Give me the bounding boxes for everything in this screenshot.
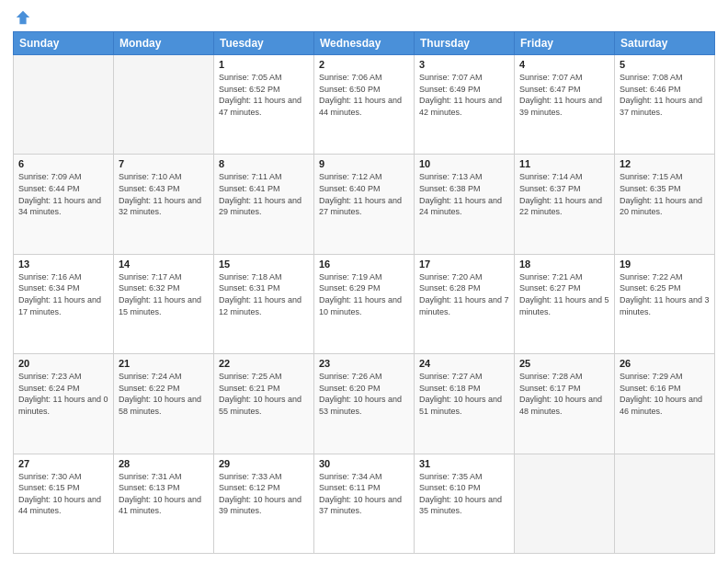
day-info: Sunrise: 7:25 AM Sunset: 6:21 PM Dayligh… [219, 371, 309, 417]
calendar-cell: 1Sunrise: 7:05 AM Sunset: 6:52 PM Daylig… [214, 55, 314, 155]
calendar-cell: 4Sunrise: 7:07 AM Sunset: 6:47 PM Daylig… [515, 55, 615, 155]
week-row-2: 6Sunrise: 7:09 AM Sunset: 6:44 PM Daylig… [14, 155, 715, 254]
day-info: Sunrise: 7:26 AM Sunset: 6:20 PM Dayligh… [319, 371, 409, 417]
header-row: SundayMondayTuesdayWednesdayThursdayFrid… [14, 32, 715, 55]
day-number: 26 [620, 358, 710, 369]
day-info: Sunrise: 7:23 AM Sunset: 6:24 PM Dayligh… [18, 371, 108, 417]
day-info: Sunrise: 7:20 AM Sunset: 6:28 PM Dayligh… [419, 271, 509, 317]
day-number: 5 [620, 59, 710, 70]
calendar-cell: 14Sunrise: 7:17 AM Sunset: 6:32 PM Dayli… [114, 254, 214, 353]
day-number: 11 [519, 158, 609, 169]
calendar-cell: 8Sunrise: 7:11 AM Sunset: 6:41 PM Daylig… [214, 155, 314, 254]
calendar-header: SundayMondayTuesdayWednesdayThursdayFrid… [14, 32, 715, 55]
calendar-cell: 13Sunrise: 7:16 AM Sunset: 6:34 PM Dayli… [14, 254, 114, 353]
day-number: 30 [319, 458, 409, 469]
calendar-cell: 24Sunrise: 7:27 AM Sunset: 6:18 PM Dayli… [415, 354, 515, 454]
day-info: Sunrise: 7:17 AM Sunset: 6:32 PM Dayligh… [119, 271, 209, 317]
day-number: 29 [219, 458, 309, 469]
calendar-cell: 3Sunrise: 7:07 AM Sunset: 6:49 PM Daylig… [415, 55, 515, 155]
day-number: 19 [620, 259, 710, 270]
calendar-cell: 29Sunrise: 7:33 AM Sunset: 6:12 PM Dayli… [214, 454, 314, 553]
day-info: Sunrise: 7:10 AM Sunset: 6:43 PM Dayligh… [119, 171, 209, 217]
day-info: Sunrise: 7:24 AM Sunset: 6:22 PM Dayligh… [119, 371, 209, 417]
week-row-1: 1Sunrise: 7:05 AM Sunset: 6:52 PM Daylig… [14, 55, 715, 155]
day-info: Sunrise: 7:05 AM Sunset: 6:52 PM Dayligh… [219, 72, 309, 118]
day-number: 16 [319, 259, 409, 270]
logo-icon [15, 9, 31, 26]
calendar-cell [14, 55, 114, 155]
day-info: Sunrise: 7:22 AM Sunset: 6:25 PM Dayligh… [620, 271, 710, 317]
day-number: 13 [18, 259, 108, 270]
day-number: 18 [519, 259, 609, 270]
day-number: 24 [419, 358, 509, 369]
calendar-cell: 22Sunrise: 7:25 AM Sunset: 6:21 PM Dayli… [214, 354, 314, 454]
day-info: Sunrise: 7:18 AM Sunset: 6:31 PM Dayligh… [219, 271, 309, 317]
day-info: Sunrise: 7:11 AM Sunset: 6:41 PM Dayligh… [219, 171, 309, 217]
day-number: 28 [119, 458, 209, 469]
day-info: Sunrise: 7:07 AM Sunset: 6:49 PM Dayligh… [419, 72, 509, 118]
calendar-cell [615, 454, 715, 553]
day-info: Sunrise: 7:29 AM Sunset: 6:16 PM Dayligh… [620, 371, 710, 417]
calendar-cell: 28Sunrise: 7:31 AM Sunset: 6:13 PM Dayli… [114, 454, 214, 553]
day-info: Sunrise: 7:28 AM Sunset: 6:17 PM Dayligh… [519, 371, 609, 417]
calendar-cell: 2Sunrise: 7:06 AM Sunset: 6:50 PM Daylig… [314, 55, 415, 155]
day-number: 14 [119, 259, 209, 270]
day-info: Sunrise: 7:27 AM Sunset: 6:18 PM Dayligh… [419, 371, 509, 417]
day-number: 1 [219, 59, 309, 70]
calendar-cell: 18Sunrise: 7:21 AM Sunset: 6:27 PM Dayli… [515, 254, 615, 353]
week-row-5: 27Sunrise: 7:30 AM Sunset: 6:15 PM Dayli… [14, 454, 715, 553]
calendar-cell: 27Sunrise: 7:30 AM Sunset: 6:15 PM Dayli… [14, 454, 114, 553]
day-header-saturday: Saturday [615, 32, 715, 55]
day-info: Sunrise: 7:35 AM Sunset: 6:10 PM Dayligh… [419, 471, 509, 517]
day-info: Sunrise: 7:07 AM Sunset: 6:47 PM Dayligh… [519, 72, 609, 118]
day-number: 21 [119, 358, 209, 369]
day-number: 3 [419, 59, 509, 70]
calendar-cell: 10Sunrise: 7:13 AM Sunset: 6:38 PM Dayli… [415, 155, 515, 254]
calendar-cell: 9Sunrise: 7:12 AM Sunset: 6:40 PM Daylig… [314, 155, 415, 254]
calendar-cell: 5Sunrise: 7:08 AM Sunset: 6:46 PM Daylig… [615, 55, 715, 155]
header [13, 9, 715, 26]
calendar-cell: 7Sunrise: 7:10 AM Sunset: 6:43 PM Daylig… [114, 155, 214, 254]
day-number: 23 [319, 358, 409, 369]
day-info: Sunrise: 7:12 AM Sunset: 6:40 PM Dayligh… [319, 171, 409, 217]
calendar-cell: 16Sunrise: 7:19 AM Sunset: 6:29 PM Dayli… [314, 254, 415, 353]
day-number: 8 [219, 158, 309, 169]
day-number: 10 [419, 158, 509, 169]
calendar-cell: 26Sunrise: 7:29 AM Sunset: 6:16 PM Dayli… [615, 354, 715, 454]
day-number: 2 [319, 59, 409, 70]
day-number: 15 [219, 259, 309, 270]
day-info: Sunrise: 7:34 AM Sunset: 6:11 PM Dayligh… [319, 471, 409, 517]
day-header-tuesday: Tuesday [214, 32, 314, 55]
calendar-cell: 20Sunrise: 7:23 AM Sunset: 6:24 PM Dayli… [14, 354, 114, 454]
calendar-cell: 25Sunrise: 7:28 AM Sunset: 6:17 PM Dayli… [515, 354, 615, 454]
day-info: Sunrise: 7:06 AM Sunset: 6:50 PM Dayligh… [319, 72, 409, 118]
day-info: Sunrise: 7:13 AM Sunset: 6:38 PM Dayligh… [419, 171, 509, 217]
day-header-monday: Monday [114, 32, 214, 55]
day-number: 9 [319, 158, 409, 169]
day-info: Sunrise: 7:16 AM Sunset: 6:34 PM Dayligh… [18, 271, 108, 317]
day-number: 12 [620, 158, 710, 169]
calendar-cell: 6Sunrise: 7:09 AM Sunset: 6:44 PM Daylig… [14, 155, 114, 254]
day-header-friday: Friday [515, 32, 615, 55]
day-info: Sunrise: 7:30 AM Sunset: 6:15 PM Dayligh… [18, 471, 108, 517]
calendar-cell: 21Sunrise: 7:24 AM Sunset: 6:22 PM Dayli… [114, 354, 214, 454]
day-info: Sunrise: 7:21 AM Sunset: 6:27 PM Dayligh… [519, 271, 609, 317]
day-info: Sunrise: 7:09 AM Sunset: 6:44 PM Dayligh… [18, 171, 108, 217]
day-info: Sunrise: 7:14 AM Sunset: 6:37 PM Dayligh… [519, 171, 609, 217]
calendar-cell: 30Sunrise: 7:34 AM Sunset: 6:11 PM Dayli… [314, 454, 415, 553]
day-header-thursday: Thursday [415, 32, 515, 55]
day-info: Sunrise: 7:19 AM Sunset: 6:29 PM Dayligh… [319, 271, 409, 317]
week-row-4: 20Sunrise: 7:23 AM Sunset: 6:24 PM Dayli… [14, 354, 715, 454]
calendar: SundayMondayTuesdayWednesdayThursdayFrid… [13, 31, 715, 554]
day-number: 25 [519, 358, 609, 369]
day-header-wednesday: Wednesday [314, 32, 415, 55]
day-number: 17 [419, 259, 509, 270]
day-number: 31 [419, 458, 509, 469]
day-info: Sunrise: 7:15 AM Sunset: 6:35 PM Dayligh… [620, 171, 710, 217]
day-info: Sunrise: 7:31 AM Sunset: 6:13 PM Dayligh… [119, 471, 209, 517]
calendar-cell: 17Sunrise: 7:20 AM Sunset: 6:28 PM Dayli… [415, 254, 515, 353]
day-number: 7 [119, 158, 209, 169]
calendar-cell [114, 55, 214, 155]
day-number: 20 [18, 358, 108, 369]
svg-marker-0 [17, 11, 29, 24]
